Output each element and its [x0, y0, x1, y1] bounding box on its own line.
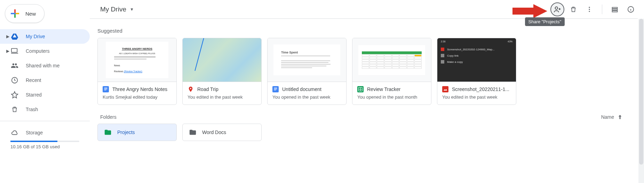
sheets-icon — [357, 86, 364, 92]
trash-icon — [570, 6, 577, 13]
sidebar-item-starred[interactable]: Starred — [0, 88, 90, 102]
share-button[interactable] — [550, 2, 564, 16]
folder-chip-projects[interactable]: Projects — [97, 124, 177, 141]
suggested-card[interactable]: Time Spent Untitled document You opened … — [267, 38, 347, 105]
star-icon — [10, 91, 19, 99]
suggested-card[interactable]: THREE ANGRY NERDS AD 1 (DEATH WISH COFFE… — [97, 38, 177, 105]
thumb-filename: Screenshot_20220202-124900_Map... — [447, 48, 495, 51]
folders-title: Folders — [100, 114, 117, 120]
svg-point-7 — [555, 7, 558, 9]
list-view-icon — [611, 6, 618, 13]
breadcrumb[interactable]: My Drive ▼ — [97, 4, 137, 15]
card-thumbnail — [352, 38, 431, 82]
new-button[interactable]: New — [5, 4, 45, 23]
sidebar-item-trash[interactable]: Trash — [0, 102, 90, 117]
divider — [602, 5, 602, 14]
toolbar — [550, 0, 638, 19]
thumb-heading: THREE ANGRY NERDS — [114, 47, 160, 50]
sidebar-item-storage[interactable]: Storage — [0, 125, 90, 140]
main: My Drive ▼ Share "Projects" — [90, 0, 638, 183]
folder-icon — [189, 128, 197, 136]
breadcrumb-label: My Drive — [100, 6, 126, 13]
computers-icon — [10, 47, 19, 55]
suggested-card[interactable]: Review Tracker You opened in the past mo… — [352, 38, 431, 105]
delete-button[interactable] — [566, 2, 580, 16]
svg-rect-16 — [104, 88, 108, 89]
chevron-right-icon: ▶ — [6, 49, 10, 53]
chevron-right-icon: ▶ — [6, 34, 10, 39]
card-thumbnail: 2:3643% Screenshot_20220202-124900_Map..… — [437, 38, 516, 82]
sidebar-item-recent[interactable]: Recent — [0, 73, 90, 88]
scrollbar-thumb[interactable] — [639, 19, 643, 165]
storage-label: Storage — [26, 130, 43, 135]
svg-rect-13 — [612, 11, 618, 12]
nav: ▶ My Drive ▶ Computers Shared with me Re… — [0, 29, 90, 149]
storage-bar — [10, 141, 79, 142]
sidebar-item-label: Computers — [26, 48, 49, 54]
docs-icon — [103, 86, 109, 92]
svg-point-10 — [589, 11, 590, 12]
thumb-time: 2:36 — [441, 40, 446, 43]
svg-rect-11 — [612, 7, 618, 8]
folder-row: Projects Word Docs — [90, 124, 638, 141]
thumb-battery: 43% — [508, 40, 512, 43]
chevron-down-icon: ▼ — [130, 7, 134, 12]
more-button[interactable] — [582, 2, 596, 16]
svg-point-9 — [589, 9, 590, 10]
folder-label: Projects — [117, 130, 135, 135]
maps-icon — [188, 86, 194, 92]
thumb-heading: Time Spent — [281, 51, 333, 54]
card-thumbnail: THREE ANGRY NERDS AD 1 (DEATH WISH COFFE… — [98, 38, 176, 82]
card-title: Three Angry Nerds Notes — [112, 86, 167, 92]
more-vert-icon — [586, 6, 593, 13]
svg-rect-2 — [14, 14, 16, 18]
svg-rect-1 — [16, 13, 19, 14]
suggested-card[interactable]: Road Trip You edited in the past week — [182, 38, 262, 105]
folder-chip-word-docs[interactable]: Word Docs — [182, 124, 262, 141]
svg-point-8 — [589, 7, 590, 8]
share-tooltip: Share "Projects" — [525, 17, 565, 26]
sidebar-item-label: My Drive — [26, 34, 45, 39]
card-subtitle: You opened in the past week — [272, 94, 341, 100]
divider — [0, 121, 90, 121]
docs-icon — [272, 86, 279, 92]
person-add-icon — [554, 6, 561, 13]
sidebar-item-label: Trash — [26, 107, 38, 112]
svg-rect-23 — [274, 90, 276, 91]
svg-point-19 — [190, 88, 191, 89]
svg-rect-26 — [442, 86, 448, 92]
card-subtitle: You edited in the past week — [188, 94, 256, 100]
header: My Drive ▼ Share "Projects" — [90, 0, 638, 19]
info-icon — [627, 6, 635, 13]
plus-icon — [9, 7, 21, 20]
suggested-card[interactable]: 2:3643% Screenshot_20220202-124900_Map..… — [437, 38, 516, 105]
card-subtitle: You opened in the past month — [357, 94, 426, 100]
svg-rect-22 — [274, 89, 277, 90]
people-icon — [10, 61, 19, 70]
card-thumbnail: Time Spent — [268, 38, 346, 82]
image-icon — [442, 86, 448, 92]
sidebar-item-label: Starred — [26, 92, 42, 98]
svg-rect-4 — [14, 13, 16, 14]
suggested-cards: THREE ANGRY NERDS AD 1 (DEATH WISH COFFE… — [90, 38, 638, 105]
card-subtitle: Kurtis Smejkal edited today — [103, 94, 172, 100]
svg-rect-3 — [11, 13, 14, 14]
storage-text: 10.16 GB of 15 GB used — [10, 144, 90, 149]
sort-control[interactable]: Name — [601, 114, 623, 120]
arrow-up-icon — [617, 114, 623, 120]
svg-rect-0 — [14, 9, 16, 13]
cloud-icon — [10, 128, 19, 137]
thumb-menu-copy-link: Copy link — [447, 54, 459, 57]
sidebar-item-shared[interactable]: Shared with me — [0, 58, 90, 73]
card-title: Review Tracker — [367, 86, 400, 92]
card-title: Road Trip — [197, 86, 218, 92]
sidebar-item-label: Recent — [26, 77, 41, 83]
clock-icon — [10, 76, 19, 84]
svg-rect-21 — [274, 88, 277, 89]
folder-icon — [104, 128, 112, 136]
details-button[interactable] — [624, 2, 638, 16]
sidebar-item-computers[interactable]: ▶ Computers — [0, 44, 90, 58]
card-subtitle: You edited in the past week — [442, 94, 511, 100]
view-toggle-button[interactable] — [608, 2, 622, 16]
sidebar-item-my-drive[interactable]: ▶ My Drive — [0, 29, 90, 44]
